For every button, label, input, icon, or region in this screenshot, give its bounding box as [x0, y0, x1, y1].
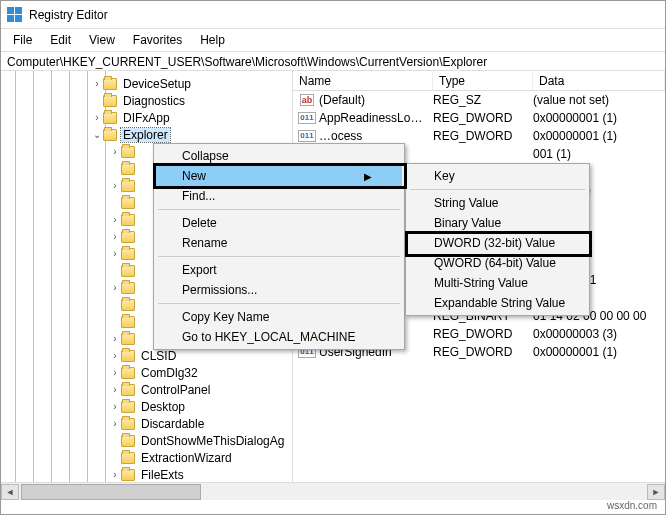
tree-twisty-icon[interactable]: ›	[91, 78, 103, 89]
folder-icon	[121, 384, 135, 396]
horizontal-scrollbar[interactable]: ◄ ►	[1, 482, 665, 500]
menu-item-label: Delete	[182, 216, 217, 230]
tree-twisty-icon[interactable]: ›	[91, 112, 103, 123]
menu-separator	[158, 209, 400, 210]
menu-separator	[410, 189, 585, 190]
tree-item[interactable]: ›ControlPanel	[1, 381, 292, 398]
tree-item[interactable]: ⌄Explorer	[1, 126, 292, 143]
tree-item[interactable]: Diagnostics	[1, 92, 292, 109]
menu-item[interactable]: New▶	[156, 166, 402, 186]
menu-item[interactable]: String Value	[408, 193, 587, 213]
menu-item[interactable]: Delete	[156, 213, 402, 233]
menu-item[interactable]: Permissions...	[156, 280, 402, 300]
menu-separator	[158, 256, 400, 257]
menu-item-label: Multi-String Value	[434, 276, 528, 290]
tree-twisty-icon[interactable]: ›	[109, 333, 121, 344]
cell-data: 0x00000001 (1)	[533, 129, 665, 143]
menu-edit[interactable]: Edit	[42, 31, 79, 49]
folder-icon	[121, 367, 135, 379]
tree-twisty-icon[interactable]: ›	[109, 282, 121, 293]
context-submenu-new[interactable]: KeyString ValueBinary ValueDWORD (32-bit…	[405, 163, 590, 316]
list-row[interactable]: 011AppReadinessLo…REG_DWORD0x00000001 (1…	[293, 109, 665, 127]
menu-item[interactable]: Rename	[156, 233, 402, 253]
title-bar: Registry Editor	[1, 1, 665, 29]
submenu-arrow-icon: ▶	[364, 171, 372, 182]
tree-twisty-icon[interactable]: ⌄	[91, 129, 103, 140]
menu-help[interactable]: Help	[192, 31, 233, 49]
tree-item-label: ComDlg32	[139, 366, 200, 380]
menu-item-label: Go to HKEY_LOCAL_MACHINE	[182, 330, 355, 344]
folder-icon	[121, 146, 135, 158]
menu-file[interactable]: File	[5, 31, 40, 49]
tree-item[interactable]: ›DIFxApp	[1, 109, 292, 126]
menu-separator	[158, 303, 400, 304]
col-data[interactable]: Data	[533, 72, 665, 90]
tree-twisty-icon[interactable]: ›	[109, 401, 121, 412]
tree-twisty-icon[interactable]: ›	[109, 214, 121, 225]
list-row[interactable]: ab(Default)REG_SZ(value not set)	[293, 91, 665, 109]
menu-favorites[interactable]: Favorites	[125, 31, 190, 49]
tree-item[interactable]: ›DeviceSetup	[1, 75, 292, 92]
menu-item[interactable]: Collapse	[156, 146, 402, 166]
tree-item[interactable]: ›Discardable	[1, 415, 292, 432]
menu-item-label: QWORD (64-bit) Value	[434, 256, 556, 270]
dword-value-icon: 011	[299, 111, 315, 125]
folder-icon	[103, 78, 117, 90]
folder-icon	[121, 452, 135, 464]
tree-item[interactable]: ›FileExts	[1, 466, 292, 482]
cell-name: AppReadinessLo…	[319, 111, 433, 125]
folder-icon	[121, 163, 135, 175]
folder-icon	[121, 350, 135, 362]
tree-item-label: ExtractionWizard	[139, 451, 234, 465]
tree-twisty-icon[interactable]: ›	[109, 418, 121, 429]
tree-twisty-icon[interactable]: ›	[109, 146, 121, 157]
tree-item-label: DeviceSetup	[121, 77, 193, 91]
folder-icon	[103, 112, 117, 124]
menu-bar: File Edit View Favorites Help	[1, 29, 665, 51]
menu-item[interactable]: Binary Value	[408, 213, 587, 233]
tree-item[interactable]: ›ComDlg32	[1, 364, 292, 381]
folder-icon	[121, 282, 135, 294]
tree-twisty-icon[interactable]: ›	[109, 231, 121, 242]
menu-item-label: Export	[182, 263, 217, 277]
tree-twisty-icon[interactable]: ›	[109, 469, 121, 480]
dword-value-icon: 011	[299, 129, 315, 143]
folder-icon	[121, 401, 135, 413]
menu-item[interactable]: Key	[408, 166, 587, 186]
menu-item[interactable]: QWORD (64-bit) Value	[408, 253, 587, 273]
tree-twisty-icon[interactable]: ›	[109, 350, 121, 361]
menu-item-label: Find...	[182, 189, 215, 203]
menu-item[interactable]: Copy Key Name	[156, 307, 402, 327]
menu-item[interactable]: Find...	[156, 186, 402, 206]
scroll-right-button[interactable]: ►	[647, 484, 665, 500]
tree-item[interactable]: ExtractionWizard	[1, 449, 292, 466]
menu-view[interactable]: View	[81, 31, 123, 49]
string-value-icon: ab	[299, 93, 315, 107]
menu-item[interactable]: DWORD (32-bit) Value	[408, 233, 587, 253]
menu-item-label: DWORD (32-bit) Value	[434, 236, 555, 250]
address-bar[interactable]: Computer\HKEY_CURRENT_USER\Software\Micr…	[1, 51, 665, 71]
tree-twisty-icon[interactable]: ›	[109, 248, 121, 259]
context-menu[interactable]: CollapseNew▶Find...DeleteRenameExportPer…	[153, 143, 405, 350]
tree-twisty-icon[interactable]: ›	[109, 180, 121, 191]
tree-twisty-icon[interactable]: ›	[109, 367, 121, 378]
tree-item-label: Explorer	[121, 128, 170, 142]
scroll-left-button[interactable]: ◄	[1, 484, 19, 500]
tree-item[interactable]: DontShowMeThisDialogAg	[1, 432, 292, 449]
folder-icon	[121, 180, 135, 192]
folder-icon	[121, 265, 135, 277]
scroll-thumb[interactable]	[21, 484, 201, 500]
menu-item[interactable]: Expandable String Value	[408, 293, 587, 313]
folder-icon	[121, 231, 135, 243]
menu-item[interactable]: Export	[156, 260, 402, 280]
tree-item[interactable]: ›Desktop	[1, 398, 292, 415]
menu-item[interactable]: Multi-String Value	[408, 273, 587, 293]
cell-data: 0x00000003 (3)	[533, 327, 665, 341]
col-type[interactable]: Type	[433, 72, 533, 90]
menu-item[interactable]: Go to HKEY_LOCAL_MACHINE	[156, 327, 402, 347]
tree-twisty-icon[interactable]: ›	[109, 384, 121, 395]
col-name[interactable]: Name	[293, 72, 433, 90]
cell-data: 0x00000001 (1)	[533, 111, 665, 125]
cell-name: (Default)	[319, 93, 433, 107]
cell-data: 0x00000001 (1)	[533, 345, 665, 359]
